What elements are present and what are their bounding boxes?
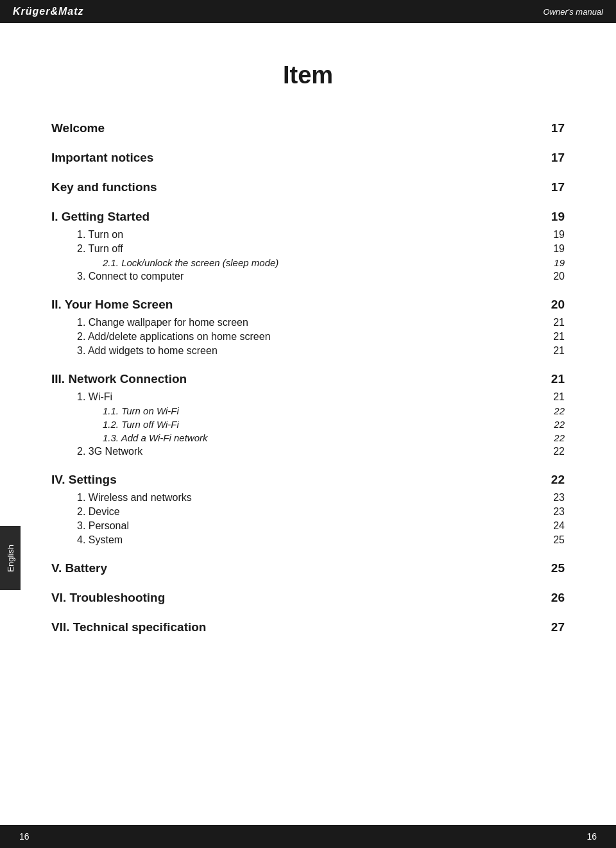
toc-sub-page: 22 <box>554 419 565 430</box>
toc-sub-page: 23 <box>553 492 565 504</box>
toc-sub-page: 19 <box>553 243 565 255</box>
toc-entry-page: 17 <box>551 180 565 194</box>
toc-sub-page: 22 <box>554 405 565 416</box>
toc-sub-label: 1. Wireless and networks <box>77 492 192 504</box>
toc-section-page: 27 <box>551 620 565 634</box>
toc-sub-entry-2-4: 2. 3G Network 22 <box>51 446 565 457</box>
toc-entry-label: Key and functions <box>51 180 157 194</box>
toc-section-label: VI. Troubleshooting <box>51 591 165 605</box>
toc-entry-label: Important notices <box>51 151 153 165</box>
toc-sub-label: 1. Wi-Fi <box>77 391 112 403</box>
main-content: Item Welcome 17 Important notices 17 Key… <box>0 23 616 679</box>
toc-sub-entry-3-3: 4. System 25 <box>51 534 565 546</box>
toc-sub-entry-1-1: 2. Add/delete applications on home scree… <box>51 331 565 343</box>
toc-sub-entry-0-0: 1. Turn on 19 <box>51 229 565 241</box>
footer-page-right: 16 <box>586 831 597 842</box>
toc-sub-entry-2-2: 1.2. Turn off Wi-Fi 22 <box>51 419 565 430</box>
toc-sub-entry-2-1: 1.1. Turn on Wi-Fi 22 <box>51 405 565 416</box>
toc-section-header-4: V. Battery 25 <box>51 561 565 575</box>
toc-sub-page: 20 <box>553 271 565 282</box>
toc-section-label: II. Your Home Screen <box>51 298 173 312</box>
toc-section-header-2: III. Network Connection 21 <box>51 372 565 386</box>
toc-section-label: I. Getting Started <box>51 210 150 224</box>
toc-entry-page: 17 <box>551 121 565 135</box>
toc-sub-entry-2-0: 1. Wi-Fi 21 <box>51 391 565 403</box>
toc-sub-entry-0-3: 3. Connect to computer 20 <box>51 271 565 282</box>
toc-sub-entry-3-0: 1. Wireless and networks 23 <box>51 492 565 504</box>
toc-sub-page: 25 <box>553 534 565 546</box>
toc-sub-page: 21 <box>553 317 565 328</box>
toc-sub-label: 1. Change wallpaper for home screen <box>77 317 248 328</box>
toc-section-page: 20 <box>551 298 565 312</box>
toc-sub-label: 1.1. Turn on Wi-Fi <box>103 405 179 416</box>
toc-top-entry: Important notices 17 <box>51 151 565 165</box>
toc-sub-label: 2. Turn off <box>77 243 123 255</box>
toc-section-page: 25 <box>551 561 565 575</box>
toc-sub-page: 24 <box>553 520 565 532</box>
toc-section-header-5: VI. Troubleshooting 26 <box>51 591 565 605</box>
toc-sub-label: 1.2. Turn off Wi-Fi <box>103 419 179 430</box>
toc-sub-entry-0-2: 2.1. Lock/unlock the screen (sleep mode)… <box>51 257 565 268</box>
toc-section-label: IV. Settings <box>51 473 117 487</box>
toc-sub-page: 23 <box>553 506 565 518</box>
toc-sub-page: 19 <box>553 229 565 241</box>
toc-section-label: VII. Technical specification <box>51 620 206 634</box>
toc-section-header-1: II. Your Home Screen 20 <box>51 298 565 312</box>
toc-sub-entry-3-2: 3. Personal 24 <box>51 520 565 532</box>
toc-sub-label: 3. Connect to computer <box>77 271 184 282</box>
manual-title: Owner's manual <box>543 7 603 17</box>
toc-sub-label: 3. Personal <box>77 520 129 532</box>
toc-sub-page: 22 <box>553 446 565 457</box>
language-label: English <box>6 545 15 572</box>
toc-sub-label: 1. Turn on <box>77 229 123 241</box>
toc-top-entry: Welcome 17 <box>51 121 565 135</box>
toc-sub-entry-2-3: 1.3. Add a Wi-Fi network 22 <box>51 432 565 443</box>
toc-sub-label: 3. Add widgets to home screen <box>77 345 218 357</box>
toc-sub-page: 21 <box>553 345 565 357</box>
toc-section-header-6: VII. Technical specification 27 <box>51 620 565 634</box>
footer: 16 16 <box>0 825 616 848</box>
toc-sub-page: 22 <box>554 432 565 443</box>
toc-sub-page: 21 <box>553 391 565 403</box>
toc-section-header-0: I. Getting Started 19 <box>51 210 565 224</box>
toc-entry-page: 17 <box>551 151 565 165</box>
footer-page-left: 16 <box>19 831 30 842</box>
toc-section-label: III. Network Connection <box>51 372 187 386</box>
toc-section-label: V. Battery <box>51 561 107 575</box>
toc-section-page: 21 <box>551 372 565 386</box>
header-bar: Krüger&Matz Owner's manual <box>0 0 616 23</box>
page-title: Item <box>51 62 565 89</box>
toc-section-page: 22 <box>551 473 565 487</box>
toc-sub-label: 4. System <box>77 534 123 546</box>
toc-sub-label: 2. Add/delete applications on home scree… <box>77 331 271 343</box>
toc-sub-page: 21 <box>553 331 565 343</box>
toc-sub-entry-1-0: 1. Change wallpaper for home screen 21 <box>51 317 565 328</box>
toc-top-entry: Key and functions 17 <box>51 180 565 194</box>
toc-sub-label: 2. Device <box>77 506 120 518</box>
toc-section: Welcome 17 Important notices 17 Key and … <box>51 121 565 634</box>
toc-sub-page: 19 <box>554 257 565 268</box>
brand-logo: Krüger&Matz <box>13 6 84 17</box>
language-sidebar: English <box>0 526 21 590</box>
toc-sub-label: 2.1. Lock/unlock the screen (sleep mode) <box>103 257 278 268</box>
toc-sub-entry-1-2: 3. Add widgets to home screen 21 <box>51 345 565 357</box>
toc-sub-entry-0-1: 2. Turn off 19 <box>51 243 565 255</box>
toc-sub-label: 1.3. Add a Wi-Fi network <box>103 432 208 443</box>
toc-section-page: 19 <box>551 210 565 224</box>
toc-section-page: 26 <box>551 591 565 605</box>
toc-sub-label: 2. 3G Network <box>77 446 142 457</box>
toc-entry-label: Welcome <box>51 121 105 135</box>
toc-section-header-3: IV. Settings 22 <box>51 473 565 487</box>
toc-sub-entry-3-1: 2. Device 23 <box>51 506 565 518</box>
